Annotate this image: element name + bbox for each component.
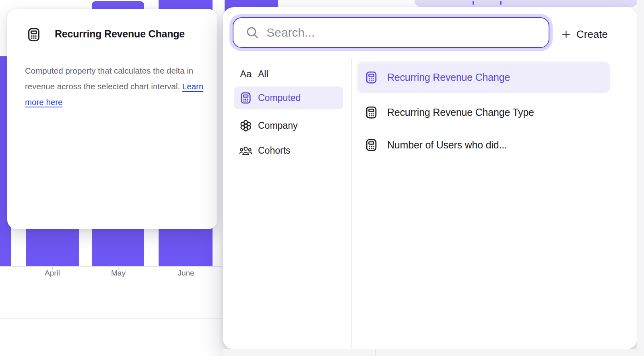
page-panel-divider (375, 349, 376, 356)
result-item-number-of-users[interactable]: Number of Users who did... (357, 131, 610, 158)
page: April May June Recurring Revenue Change … (0, 0, 644, 356)
result-label: Number of Users who did... (387, 139, 507, 151)
axis-label-may: May (90, 269, 147, 278)
result-item-recurring-revenue-change[interactable]: Recurring Revenue Change (357, 62, 610, 93)
company-icon (239, 119, 252, 132)
calculator-icon (239, 91, 252, 105)
chart-bottom-divider (0, 318, 223, 319)
tooltip-description: Computed property that calculates the de… (25, 63, 219, 110)
axis-label-june: June (158, 269, 214, 278)
property-picker-modal: Create Aa All Computed Company Cohorts R… (223, 7, 637, 349)
create-button-label: Create (576, 28, 608, 41)
filter-label: Cohorts (258, 145, 291, 156)
aa-icon: Aa (239, 68, 252, 81)
cohorts-icon (239, 144, 252, 157)
axis-label-april: April (24, 269, 80, 278)
filter-label: Company (258, 120, 297, 131)
tooltip-title: Recurring Revenue Change (55, 28, 185, 40)
result-label: Recurring Revenue Change (387, 72, 510, 83)
calculator-icon (364, 105, 378, 119)
cut-text-fragment (473, 1, 474, 5)
create-button[interactable]: Create (561, 23, 608, 45)
page-background-strip (223, 349, 644, 356)
plus-icon (561, 29, 571, 39)
filter-label: All (258, 69, 268, 80)
filter-label: Computed (258, 93, 301, 103)
column-divider (351, 58, 352, 348)
search-bar[interactable] (233, 17, 549, 48)
tooltip-description-text: Computed property that calculates the de… (25, 66, 193, 91)
property-tooltip: Recurring Revenue Change Computed proper… (7, 9, 217, 229)
cut-text-fragment (500, 1, 502, 5)
calculator-icon (364, 70, 378, 84)
selected-property-pill[interactable] (415, 0, 638, 7)
filter-item-cohorts[interactable]: Cohorts (234, 139, 343, 162)
search-input[interactable] (266, 21, 549, 45)
x-axis-line (0, 266, 223, 267)
result-item-recurring-revenue-change-type[interactable]: Recurring Revenue Change Type (357, 99, 610, 126)
filter-item-all[interactable]: Aa All (234, 63, 343, 85)
search-icon (246, 26, 259, 39)
filter-item-company[interactable]: Company (234, 114, 343, 137)
calculator-icon (364, 138, 378, 152)
filter-item-computed[interactable]: Computed (234, 86, 343, 109)
result-label: Recurring Revenue Change Type (387, 107, 534, 118)
calculator-icon (26, 27, 41, 42)
page-background-strip (637, 0, 644, 356)
